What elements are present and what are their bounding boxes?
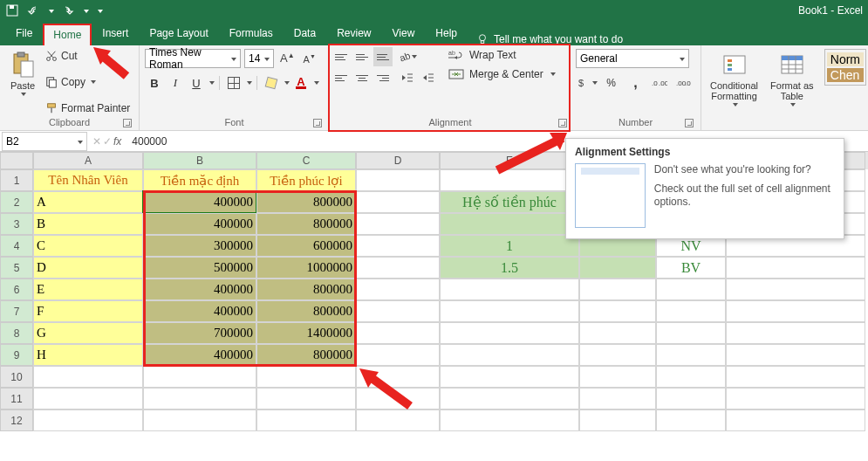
cell-F10[interactable] [579, 366, 656, 388]
tab-page-layout[interactable]: Page Layout [139, 22, 218, 45]
cell-F8[interactable] [579, 322, 656, 344]
cell-H7[interactable] [726, 300, 865, 322]
bold-button[interactable]: B [145, 73, 164, 93]
cell-E5[interactable]: 1.5 [440, 257, 579, 279]
cell-A3[interactable]: B [33, 213, 143, 235]
font-size-combo[interactable]: 14 [244, 49, 274, 68]
font-dialog-launcher[interactable] [313, 119, 322, 127]
italic-button[interactable]: I [166, 73, 185, 93]
cell-H10[interactable] [726, 366, 865, 388]
cell-C5[interactable]: 1000000 [256, 257, 356, 279]
row-header-11[interactable]: 11 [0, 388, 33, 409]
decrease-font-icon[interactable]: A▼ [301, 53, 318, 65]
cell-G7[interactable] [656, 300, 726, 322]
redo-icon[interactable] [61, 3, 75, 17]
cell-F11[interactable] [579, 388, 656, 409]
select-all-corner[interactable] [0, 152, 33, 169]
cell-A11[interactable] [33, 388, 143, 409]
tab-data[interactable]: Data [284, 22, 326, 45]
comma-button[interactable]: , [625, 73, 647, 93]
cell-C3[interactable]: 800000 [256, 213, 356, 235]
cell-A10[interactable] [33, 366, 143, 388]
col-header-D[interactable]: D [356, 152, 440, 169]
style-chen[interactable]: Chen [827, 68, 864, 82]
cell-H12[interactable] [726, 409, 865, 431]
align-center-button[interactable] [352, 68, 372, 87]
cell-H8[interactable] [726, 322, 865, 344]
alignment-dialog-launcher[interactable] [558, 119, 567, 127]
cell-F7[interactable] [579, 300, 656, 322]
font-name-combo[interactable]: Times New Roman [145, 49, 241, 68]
cell-B7[interactable]: 400000 [143, 300, 256, 322]
cell-A8[interactable]: G [33, 322, 143, 344]
accounting-format-button[interactable]: $ [576, 73, 598, 93]
tab-help[interactable]: Help [425, 22, 468, 45]
increase-font-icon[interactable]: A▲ [277, 52, 297, 65]
cell-C11[interactable] [256, 388, 356, 409]
cell-F9[interactable] [579, 344, 656, 366]
paste-button[interactable]: Paste [5, 49, 40, 115]
cell-E8[interactable] [440, 322, 579, 344]
format-painter-button[interactable]: Format Painter [44, 101, 132, 115]
cell-C2[interactable]: 800000 [256, 191, 356, 213]
cell-styles-gallery[interactable]: Norm Chen [824, 49, 866, 86]
cell-C10[interactable] [256, 366, 356, 388]
cell-H6[interactable] [726, 279, 865, 300]
row-header-3[interactable]: 3 [0, 213, 33, 235]
align-right-button[interactable] [373, 68, 393, 87]
decrease-decimal-button[interactable]: .00.0 [673, 73, 695, 93]
cell-B12[interactable] [143, 409, 256, 431]
cell-A12[interactable] [33, 409, 143, 431]
number-format-combo[interactable]: General [576, 49, 689, 68]
cell-B8[interactable]: 700000 [143, 322, 256, 344]
cell-E3[interactable] [440, 213, 579, 235]
cell-C6[interactable]: 800000 [256, 279, 356, 300]
insert-function-button[interactable]: fx [113, 135, 121, 148]
row-header-7[interactable]: 7 [0, 300, 33, 322]
cancel-formula-icon[interactable]: ✕ [92, 135, 101, 148]
col-header-A[interactable]: A [33, 152, 143, 169]
cell-E6[interactable] [440, 279, 579, 300]
cell-H11[interactable] [726, 388, 865, 409]
fill-color-button[interactable] [262, 73, 281, 93]
cell-F5[interactable] [579, 257, 656, 279]
cell-F6[interactable] [579, 279, 656, 300]
align-bottom-button[interactable] [373, 47, 393, 66]
row-header-5[interactable]: 5 [0, 257, 33, 279]
cell-G9[interactable] [656, 344, 726, 366]
cell-E7[interactable] [440, 300, 579, 322]
clipboard-dialog-launcher[interactable] [123, 119, 132, 127]
increase-decimal-button[interactable]: .0.00 [648, 73, 671, 93]
align-left-button[interactable] [331, 68, 351, 87]
row-header-9[interactable]: 9 [0, 344, 33, 366]
cell-B5[interactable]: 500000 [143, 257, 256, 279]
cell-G10[interactable] [656, 366, 726, 388]
style-normal[interactable]: Norm [827, 52, 864, 66]
decrease-indent-button[interactable] [398, 68, 417, 87]
undo-icon[interactable] [26, 3, 40, 17]
col-header-C[interactable]: C [256, 152, 356, 169]
cell-C8[interactable]: 1400000 [256, 322, 356, 344]
tab-review[interactable]: Review [326, 22, 381, 45]
cell-A7[interactable]: F [33, 300, 143, 322]
conditional-formatting-button[interactable]: Conditional Formatting [707, 49, 762, 115]
tab-home[interactable]: Home [43, 24, 92, 47]
cell-G8[interactable] [656, 322, 726, 344]
cell-E10[interactable] [440, 366, 579, 388]
merge-center-button[interactable]: Merge & Center [445, 66, 559, 82]
increase-indent-button[interactable] [419, 68, 438, 87]
cell-A2[interactable]: A [33, 191, 143, 213]
cell-D3[interactable] [356, 213, 440, 235]
cell-D5[interactable] [356, 257, 440, 279]
percent-button[interactable]: % [600, 73, 623, 93]
cell-B1[interactable]: Tiền mặc định [143, 169, 256, 191]
row-header-6[interactable]: 6 [0, 279, 33, 300]
cell-C4[interactable]: 600000 [256, 235, 356, 257]
cell-G5[interactable]: BV [656, 257, 726, 279]
cell-E2[interactable]: Hệ số tiền phúc [440, 191, 579, 213]
row-header-12[interactable]: 12 [0, 409, 33, 431]
cell-D7[interactable] [356, 300, 440, 322]
cell-C9[interactable]: 800000 [256, 344, 356, 366]
number-dialog-launcher[interactable] [685, 119, 694, 127]
cell-B10[interactable] [143, 366, 256, 388]
